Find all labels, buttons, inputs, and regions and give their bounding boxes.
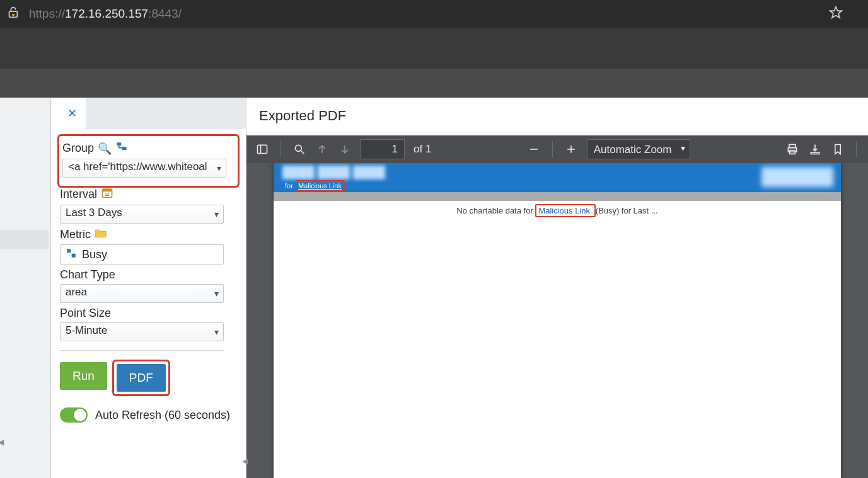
- workspace: ◀ ✕ Group 🔍: [0, 98, 868, 478]
- pdf-link-highlight: Malicious Link: [295, 180, 345, 191]
- download-icon[interactable]: [808, 142, 822, 156]
- folder-icon[interactable]: [95, 227, 107, 242]
- svg-rect-3: [122, 147, 127, 150]
- tab-strip: ✕: [51, 98, 246, 129]
- prev-page-icon[interactable]: [315, 142, 329, 156]
- sidebar-toggle-icon[interactable]: [255, 142, 269, 156]
- svg-line-12: [301, 151, 304, 154]
- metric-label-row: Metric: [60, 227, 237, 242]
- server-icon[interactable]: [115, 140, 128, 156]
- metric-value: Busy: [82, 248, 107, 261]
- svg-rect-9: [258, 145, 267, 153]
- svg-text:12: 12: [105, 192, 110, 196]
- page-number-input[interactable]: [361, 139, 405, 159]
- chart-type-value: area: [66, 286, 87, 298]
- run-button[interactable]: Run: [60, 362, 107, 390]
- insecure-lock-icon: [6, 6, 20, 22]
- group-select-value: <a href='https://www.whiteoal: [68, 161, 207, 173]
- next-page-icon[interactable]: [338, 142, 352, 156]
- auto-refresh-label: Auto Refresh (60 seconds): [95, 409, 230, 422]
- group-select[interactable]: <a href='https://www.whiteoal: [62, 159, 226, 178]
- chart-type-label-row: Chart Type: [60, 268, 237, 282]
- metric-label: Metric: [60, 228, 91, 241]
- pdf-msg-post: (Busy) for Last ...: [596, 206, 658, 215]
- svg-rect-2: [117, 142, 122, 145]
- group-label-row: Group 🔍: [62, 140, 234, 156]
- svg-rect-7: [67, 249, 71, 253]
- pdf-banner-title: ████ ████ ████: [282, 166, 385, 179]
- group-label: Group: [62, 142, 94, 155]
- metric-select[interactable]: Busy: [60, 244, 224, 265]
- svg-rect-19: [811, 152, 819, 154]
- malicious-link-1[interactable]: Malicious Link: [298, 182, 342, 190]
- chart-type-label: Chart Type: [60, 268, 115, 282]
- interval-label: Interval: [60, 188, 97, 201]
- collapse-panel-icon[interactable]: ◀: [242, 457, 248, 465]
- pdf-message: No chartable data for Malicious Link (Bu…: [274, 201, 841, 228]
- zoom-select[interactable]: Automatic Zoom: [587, 139, 690, 159]
- left-rail: ◀: [0, 98, 51, 478]
- config-panel: Group 🔍 <a href='https://www.whiteoal In…: [51, 129, 246, 478]
- tab-active[interactable]: ✕: [51, 98, 86, 129]
- search-icon[interactable]: 🔍: [98, 142, 112, 156]
- app-header: [0, 28, 868, 69]
- zoom-in-icon[interactable]: [564, 142, 578, 156]
- close-icon[interactable]: ✕: [67, 106, 77, 120]
- divider: [60, 350, 224, 351]
- point-size-label-row: Point Size: [60, 307, 237, 320]
- pdf-toolbar: of 1 Automatic Zoom: [246, 135, 868, 163]
- zoom-out-icon[interactable]: [527, 142, 541, 156]
- interval-value: Last 3 Days: [66, 207, 122, 219]
- pdf-button-highlight: PDF: [115, 362, 168, 394]
- app-subheader: [0, 69, 868, 98]
- page-total: of 1: [414, 143, 431, 156]
- pdf-viewer: of 1 Automatic Zoom: [246, 135, 868, 478]
- pdf-banner: ████ ████ ████ for Malicious Link: [274, 163, 841, 192]
- pdf-banner-subtitle: for Malicious Link: [285, 182, 345, 190]
- search-icon[interactable]: [292, 142, 306, 156]
- pdf-page: ████ ████ ████ for Malicious Link No cha…: [274, 163, 841, 478]
- button-row: Run PDF: [60, 362, 237, 394]
- url-scheme: https://: [29, 7, 65, 21]
- pdf-msg-link-highlight: Malicious Link: [535, 204, 595, 217]
- pdf-banner-logo: [761, 167, 833, 187]
- calendar-icon[interactable]: 12: [101, 186, 113, 202]
- svg-marker-1: [830, 7, 842, 18]
- point-size-label: Point Size: [60, 307, 111, 320]
- bookmark-icon[interactable]: [831, 142, 845, 156]
- interval-label-row: Interval 12: [60, 186, 237, 202]
- content-area: Exported PDF of 1: [246, 98, 868, 478]
- auto-refresh-row: Auto Refresh (60 seconds): [60, 407, 237, 423]
- metric-item-icon: [66, 248, 77, 261]
- pdf-button[interactable]: PDF: [117, 364, 166, 392]
- malicious-link-2[interactable]: Malicious Link: [538, 206, 590, 215]
- panel-resizer[interactable]: ◀: [246, 98, 246, 478]
- left-rail-item[interactable]: [0, 230, 49, 249]
- browser-address-bar: https:// 172.16.250.157 :8443/: [0, 0, 868, 28]
- point-size-select[interactable]: 5-Minute: [60, 322, 224, 341]
- group-block-highlight: Group 🔍 <a href='https://www.whiteoal: [60, 137, 237, 185]
- svg-rect-5: [103, 189, 112, 191]
- collapse-left-icon[interactable]: ◀: [0, 438, 4, 447]
- pdf-for-text: for: [285, 182, 293, 190]
- config-panel-column: ✕ Group 🔍 <a href='https://www.whiteoal: [51, 98, 246, 478]
- pdf-msg-pre: No chartable data for: [456, 206, 535, 215]
- url-host: 172.16.250.157: [65, 7, 148, 21]
- url-input[interactable]: https:// 172.16.250.157 :8443/: [25, 4, 824, 23]
- auto-refresh-toggle[interactable]: [60, 407, 88, 423]
- bookmark-star-icon[interactable]: [829, 6, 843, 22]
- chart-type-select[interactable]: area: [60, 284, 224, 303]
- page-title: Exported PDF: [246, 98, 868, 135]
- url-port: :8443/: [148, 7, 182, 21]
- interval-select[interactable]: Last 3 Days: [60, 205, 224, 224]
- pdf-gray-bar: [274, 192, 841, 201]
- point-size-value: 5-Minute: [66, 324, 107, 336]
- print-icon[interactable]: [785, 142, 799, 156]
- svg-rect-8: [72, 254, 76, 258]
- svg-point-11: [295, 145, 301, 151]
- pdf-page-area[interactable]: ████ ████ ████ for Malicious Link No cha…: [246, 163, 868, 478]
